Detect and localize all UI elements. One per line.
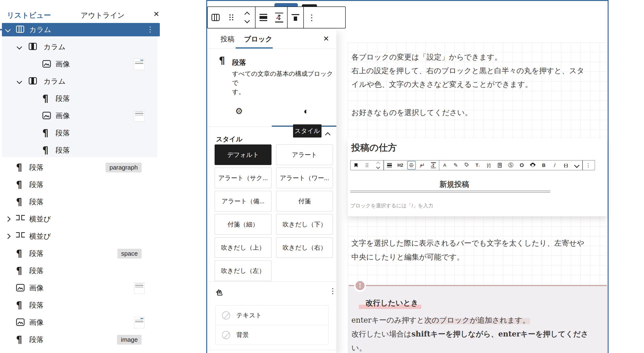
letter-a-button[interactable]: A (439, 160, 450, 170)
style-button-吹きだし（左）[interactable]: 吹きだし（左） (214, 260, 272, 281)
align-center-active-button[interactable] (406, 160, 417, 170)
chevron-right-icon[interactable] (5, 234, 11, 239)
bookmark-button[interactable] (350, 160, 362, 170)
options-button[interactable]: ⋮ (583, 160, 594, 170)
list-view-row-カラム[interactable]: カラム⋮ (0, 23, 168, 36)
style-button-付箋[interactable]: 付箋 (276, 191, 333, 212)
list-view-row-段落[interactable]: ¶段落 (0, 126, 168, 140)
list-view-row-段落[interactable]: ¶段落space (0, 247, 168, 260)
style-button-アラート（備...[interactable]: アラート（備... (214, 191, 272, 212)
tab-list-view[interactable]: リストビュー (7, 10, 51, 20)
list-view-row-段落[interactable]: ¶段落 (0, 264, 168, 278)
intro-line: 各ブロックの変更は「設定」からできます。 (352, 52, 502, 62)
drag-handle-button[interactable] (224, 7, 239, 28)
vertical-align-top-button[interactable] (288, 7, 303, 28)
align-thick-button[interactable] (256, 7, 271, 28)
monkey-button[interactable] (527, 160, 538, 170)
list-view-row-段落[interactable]: ¶段落paragraph (0, 161, 168, 174)
style-button-吹きだし（下）[interactable]: 吹きだし（下） (276, 214, 333, 234)
chevron-right-icon[interactable] (5, 216, 11, 222)
move-up-down-button[interactable] (372, 160, 384, 170)
text-size-button[interactable]: T↕ (472, 160, 483, 170)
list-view-row-カラム[interactable]: カラム (0, 74, 168, 88)
list-view-row-画像[interactable]: 画像 (0, 281, 168, 295)
highlighted-text: 次のブロックが追加されます。 (424, 316, 530, 324)
list-view-row-段落[interactable]: ¶段落image (0, 333, 168, 346)
list-view-row-カラム[interactable]: カラム (0, 40, 168, 54)
shortcode-button[interactable]: [/] (483, 160, 494, 170)
hidden-black-button-top (302, 4, 317, 6)
move-up-down-icon (245, 12, 249, 22)
howto-post-card[interactable]: 投稿の仕方 H2↵✓↕✓A✎T↕[/]ⓈOB/(-)⋮ 新規投稿 ブロックを選択… (348, 138, 607, 216)
align-justify-button[interactable] (384, 160, 395, 170)
list-view-row-横並び[interactable]: 横並び (0, 230, 168, 243)
close-inspector-icon[interactable]: ✕ (323, 34, 329, 43)
vertical-spacing-red-button[interactable]: ↕✓ (271, 7, 287, 28)
list-view-row-段落[interactable]: ¶段落 (0, 195, 168, 208)
color-setting-テキスト[interactable]: テキスト (216, 306, 328, 325)
alert-exclamation-icon: ! (356, 281, 364, 290)
block-card-title: 段落 (232, 58, 246, 68)
style-button-デフォルト[interactable]: デフォルト (214, 144, 272, 165)
close-list-view-icon[interactable]: ✕ (153, 10, 159, 18)
style-button-付箋（細）[interactable]: 付箋（細） (214, 214, 272, 234)
columns-button[interactable] (208, 7, 224, 28)
tab-block[interactable]: ブロック (244, 34, 272, 44)
image-icon (42, 112, 51, 120)
alert-note-line2: 改行したい場合はshiftキーを押しながら、enterキーを押してくださ (352, 329, 588, 339)
select-paragraph[interactable]: お好きなものを選択してください。 (352, 108, 472, 118)
color-setting-背景[interactable]: 背景 (216, 325, 328, 345)
tab-post[interactable]: 投稿 (220, 34, 234, 44)
vertical-spacing-red-button[interactable]: ↕✓ (428, 160, 439, 170)
list-view-row-段落[interactable]: ¶段落 (0, 144, 168, 157)
bold-button[interactable]: B (538, 160, 549, 170)
block-label: 段落 (56, 94, 70, 102)
block-label: カラム (44, 43, 66, 51)
list-view-row-画像[interactable]: 画像 (0, 316, 168, 329)
pen-button[interactable]: ✎ (450, 160, 461, 170)
circle-icon: O (520, 162, 524, 168)
highlight-a-icon: A (443, 163, 446, 168)
list-view-row-段落[interactable]: ¶段落 (0, 298, 168, 312)
italic-button[interactable]: / (549, 160, 560, 170)
s-circle-icon: Ⓢ (508, 162, 514, 169)
style-button-吹きだし（右）[interactable]: 吹きだし（右） (276, 237, 333, 258)
chevron-down-button[interactable] (571, 160, 582, 170)
line-break-red-button[interactable]: ↵✓ (417, 160, 428, 170)
list-view-row-段落[interactable]: ¶段落 (0, 350, 168, 353)
list-view-row-段落[interactable]: ¶段落 (0, 92, 168, 105)
link-button[interactable]: (-) (560, 160, 571, 170)
proofing-mark-icon: ✓ (419, 165, 422, 168)
document-button[interactable] (494, 160, 505, 170)
s-circle-button[interactable]: Ⓢ (505, 160, 516, 170)
block-label: 段落 (29, 267, 44, 275)
style-button-アラート（ワー...[interactable]: アラート（ワー... (276, 168, 333, 188)
list-view-row-画像[interactable]: 画像 (0, 109, 168, 122)
move-up-down-button[interactable] (239, 7, 255, 28)
chevron-down-icon[interactable] (17, 79, 22, 84)
drag-handle-icon (230, 14, 233, 20)
styles-halfcircle-icon[interactable]: ◐ (304, 106, 309, 116)
tag-button[interactable] (461, 160, 472, 170)
list-view-row-横並び[interactable]: 横並び (0, 212, 168, 226)
color-options-icon[interactable]: ⋮ (329, 288, 336, 295)
text-size-icon: T↕ (476, 163, 480, 168)
style-button-吹きだし（上）[interactable]: 吹きだし（上） (214, 237, 272, 258)
drag-handle-button[interactable] (362, 160, 372, 170)
block-placeholder-text: ブロックを選択するには「/」を入力 (350, 202, 433, 209)
block-label: 画像 (29, 284, 44, 292)
settings-gear-icon[interactable]: ⚙ (235, 106, 243, 116)
list-view-row-段落[interactable]: ¶段落 (0, 178, 168, 191)
options-button[interactable]: ⋮ (304, 7, 320, 28)
style-button-アラート[interactable]: アラート (276, 144, 333, 165)
styles-collapse-chevron[interactable] (326, 133, 330, 138)
heading-2-button[interactable]: H2 (395, 160, 406, 170)
chevron-down-icon[interactable] (17, 44, 22, 50)
style-button-アラート（サク...[interactable]: アラート（サク... (214, 168, 272, 188)
inspector-header: 投稿 ブロック ✕ (207, 30, 336, 48)
tab-outline[interactable]: アウトライン (80, 10, 125, 20)
circle-button[interactable]: O (516, 160, 527, 170)
list-view-row-画像[interactable]: 画像 (0, 58, 168, 71)
block-label: 段落 (29, 301, 44, 309)
row-options-icon[interactable]: ⋮ (147, 26, 154, 33)
